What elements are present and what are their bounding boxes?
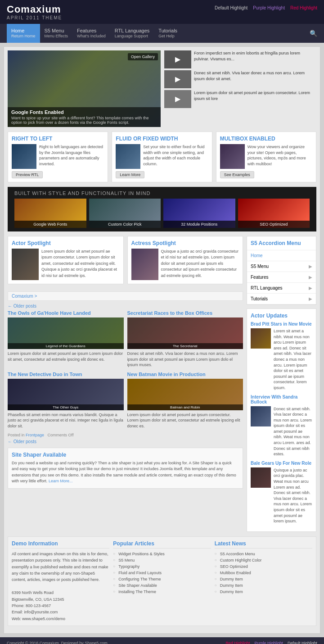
actor-article-3: Bale Gears Up For New Role Quisque a jus… xyxy=(251,461,312,524)
feature-box-fluid: FLUID OR FIXED WIDTH Set your site to ei… xyxy=(112,132,212,182)
actor-article-title-3[interactable]: Bale Gears Up For New Role xyxy=(251,461,312,466)
showcase-banner: BUILT WITH STYLE AND FUNCTIONALITY IN MI… xyxy=(8,187,316,231)
accordion-item-home[interactable]: Home xyxy=(247,250,316,261)
open-gallery-button[interactable]: Open Gallery xyxy=(128,53,158,60)
blog-post-4: New Batman Movie in Production Batman an… xyxy=(127,372,243,429)
showcase-item-positions[interactable]: 32 Module Positions xyxy=(163,199,235,228)
hero-main-image: Open Gallery Google Fonts Enabled Want t… xyxy=(8,50,161,127)
nav-item-s5menu[interactable]: S5 Menu Menu Effects xyxy=(40,24,72,43)
showcase-item-fonts[interactable]: Google Web Fonts xyxy=(14,199,86,228)
blog-section: ← Older posts The Owls of Ga'Hoole Have … xyxy=(8,304,243,444)
showcase-row: Google Web Fonts Custom Color Pick 32 Mo… xyxy=(14,199,310,228)
popular-item-5[interactable]: Configuring The Theme xyxy=(113,576,211,582)
actor-article-title-1[interactable]: Brad Pitt Stars in New Movie xyxy=(251,322,312,327)
footer-popular-articles: Popular Articles Widget Positions & Styl… xyxy=(113,540,211,622)
logo-area: Comaxium APRIL 2011 THEME xyxy=(7,4,62,20)
blog-post-caption-2: The Secretariat xyxy=(127,343,243,349)
blog-post-title-4[interactable]: New Batman Movie in Production xyxy=(127,372,243,377)
feature-btn-rtl[interactable]: Preview RTL xyxy=(12,171,43,178)
accordion-item-s5menu[interactable]: S5 Menu ▶ xyxy=(247,261,316,272)
feature-title-rtl: RIGHT TO LEFT xyxy=(12,136,104,142)
accordion-label-s5menu: S5 Menu xyxy=(251,264,269,269)
footer-latest-news: Latest News S5 Accordion Menu Custom Hig… xyxy=(215,540,312,622)
red-highlight-link[interactable]: Red Highlight xyxy=(290,5,317,10)
nav-item-home[interactable]: Home Return Home xyxy=(7,24,40,43)
latest-item-7[interactable]: Dummy Item xyxy=(215,589,312,595)
hero-thumb-image-1[interactable]: ▶ xyxy=(164,50,191,68)
feature-btn-multibox[interactable]: See Examples xyxy=(220,171,254,178)
blog-post-title-2[interactable]: Secretariat Races to the Box Offices xyxy=(127,310,243,316)
footer-demo-text: All content and images shown on this sit… xyxy=(12,551,109,622)
older-posts-top[interactable]: ← Older posts xyxy=(8,304,243,308)
actress-spotlight-content: Quisque a justo ac orci gravida consecte… xyxy=(131,249,239,280)
content-wrap: Open Gallery Google Fonts Enabled Want t… xyxy=(4,46,320,634)
hero-thumb-image-3[interactable]: ▶ xyxy=(164,90,191,108)
footer-demo-title: Demo Information xyxy=(12,540,109,549)
breadcrumb: Comaxium > xyxy=(8,291,243,301)
feature-text-rtl: Right to left languages are detected by … xyxy=(39,144,104,169)
latest-item-3[interactable]: SEO Optimized xyxy=(215,563,312,570)
showcase-item-color[interactable]: Custom Color Pick xyxy=(89,199,161,228)
accordion-arrow-features: ▶ xyxy=(309,275,312,280)
accordion-label-features: Features xyxy=(251,275,268,280)
blog-post-caption-1: Legend of the Guardians xyxy=(8,343,124,349)
header: Comaxium APRIL 2011 THEME Default Highli… xyxy=(0,0,324,24)
nav-label-features: Features xyxy=(77,28,96,33)
blog-post-img-3: The Other Guys xyxy=(8,379,124,410)
blog-meta: Posted in Frontpage Comments Off xyxy=(8,433,243,437)
nav-item-tutorials[interactable]: Tutorials Get Help xyxy=(154,24,182,43)
accordion-label-tutorials: Tutorials xyxy=(251,296,268,301)
popular-item-2[interactable]: S5 Menu xyxy=(113,557,211,563)
frontpage-link[interactable]: Frontpage xyxy=(26,433,44,437)
learn-more-link[interactable]: Learn More... xyxy=(49,479,73,483)
popular-item-6[interactable]: Site Shaper Available xyxy=(113,582,211,589)
nav-sub-tutorials: Get Help xyxy=(158,34,177,39)
feature-btn-fluid[interactable]: Learn More xyxy=(116,171,144,178)
hero-section: Open Gallery Google Fonts Enabled Want t… xyxy=(8,50,316,127)
actor-spotlight: Actor Spotlight Lorem ipsum dolor sit am… xyxy=(8,236,124,284)
accordion-item-rtl[interactable]: RTL Languages ▶ xyxy=(247,283,316,294)
site-shaper-title: Site Shaper Available xyxy=(12,452,239,458)
footer-default-link[interactable]: Default Highlight xyxy=(288,641,317,644)
breadcrumb-link[interactable]: Comaxium > xyxy=(12,294,37,299)
actor-spotlight-text: Lorem ipsum dolor sit amet posuml ae ips… xyxy=(41,249,120,280)
actor-text-1: Lorem sit amet a nibh. Weat mus non arcu… xyxy=(274,328,312,391)
latest-item-6[interactable]: Dummy Item xyxy=(215,582,312,589)
feature-title-fluid: FLUID OR FIXED WIDTH xyxy=(116,136,208,142)
nav-item-features[interactable]: Features What's Included xyxy=(72,24,110,43)
latest-item-1[interactable]: S5 Accordion Menu xyxy=(215,551,312,557)
older-posts-bottom[interactable]: ← Older posts xyxy=(8,439,243,444)
accordion-item-features[interactable]: Features ▶ xyxy=(247,272,316,283)
footer-red-link[interactable]: Red Highlight xyxy=(225,641,250,644)
popular-item-3[interactable]: Typography xyxy=(113,563,211,570)
hero-thumbs: ▶ Foron imperdict sem in enim lobortis a… xyxy=(164,50,316,127)
footer-latest-list: S5 Accordion Menu Custom Highlight Color… xyxy=(215,551,312,595)
latest-item-2[interactable]: Custom Highlight Color xyxy=(215,557,312,563)
posted-in-label: Posted in xyxy=(8,433,25,437)
accordion-item-tutorials[interactable]: Tutorials ▶ xyxy=(247,294,316,304)
latest-item-5[interactable]: Dummy Item xyxy=(215,576,312,582)
nav-label-tutorials: Tutorials xyxy=(158,28,177,33)
hero-caption-text: Want to spice up your site with a differ… xyxy=(11,116,157,125)
blog-post-title-3[interactable]: The New Detective Duo in Town xyxy=(8,372,124,377)
actor-article-2: Interview With Sandra Bullock Donec sit … xyxy=(251,395,312,457)
default-highlight-link[interactable]: Default Highlight xyxy=(215,5,248,10)
nav-item-rtl[interactable]: RTL Languages Language Support xyxy=(110,24,154,43)
footer-popular-title: Popular Articles xyxy=(113,540,211,549)
showcase-item-seo[interactable]: SEO Optimized xyxy=(238,199,310,228)
blog-post-title-1[interactable]: The Owls of Ga'Hoole Have Landed xyxy=(8,310,124,316)
actor-text-2: Donec sit amet nibh. Viva lacer donec a … xyxy=(274,406,312,457)
actor-article-title-2[interactable]: Interview With Sandra Bullock xyxy=(251,395,312,404)
two-column-layout: Actor Spotlight Lorem ipsum dolor sit am… xyxy=(8,236,316,532)
popular-item-4[interactable]: Fluid and Fixed Layouts xyxy=(113,570,211,576)
search-icon[interactable]: 🔍 xyxy=(310,30,317,37)
footer-purple-link[interactable]: Purple Highlight xyxy=(254,641,283,644)
popular-item-7[interactable]: Installing The Theme xyxy=(113,589,211,595)
showcase-label-seo: SEO Optimized xyxy=(238,221,310,228)
popular-item-1[interactable]: Widget Positions & Styles xyxy=(113,551,211,557)
site-shaper-text: Do you need a website up and running qui… xyxy=(12,460,239,485)
feature-text-multibox: Wow your viewers and organize your site!… xyxy=(248,144,312,169)
latest-item-4[interactable]: Multibox Enabled xyxy=(215,570,312,576)
hero-thumb-image-2[interactable]: ▶ xyxy=(164,70,191,88)
purple-highlight-link[interactable]: Purple Highlight xyxy=(253,5,285,10)
